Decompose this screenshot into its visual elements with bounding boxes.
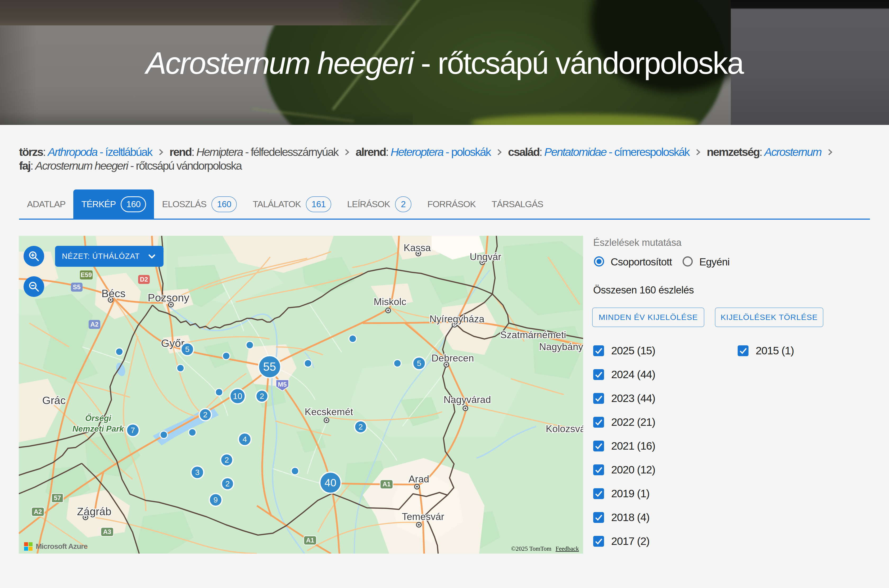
- svg-text:7: 7: [131, 426, 135, 435]
- svg-text:Kolozsvár: Kolozsvár: [546, 423, 583, 434]
- svg-text:E59: E59: [81, 271, 92, 278]
- svg-text:Miskolc: Miskolc: [373, 296, 406, 307]
- svg-text:Nyíregyháza: Nyíregyháza: [429, 314, 484, 324]
- svg-text:40: 40: [325, 477, 337, 489]
- svg-text:2: 2: [225, 479, 230, 488]
- svg-text:5: 5: [185, 345, 190, 354]
- svg-text:Zágráb: Zágráb: [77, 506, 111, 518]
- svg-text:Kecskemét: Kecskemét: [304, 406, 353, 417]
- svg-text:Debrecen: Debrecen: [432, 353, 474, 364]
- svg-text:Temesvár: Temesvár: [402, 511, 444, 522]
- svg-text:D2: D2: [140, 276, 148, 283]
- svg-text:Kassa: Kassa: [404, 242, 431, 253]
- svg-text:2: 2: [225, 455, 229, 464]
- svg-text:4: 4: [243, 435, 247, 444]
- svg-text:2: 2: [358, 422, 363, 431]
- svg-text:Grác: Grác: [42, 394, 66, 406]
- svg-text:9: 9: [213, 495, 218, 504]
- svg-text:Nagyvárad: Nagyvárad: [444, 394, 491, 405]
- svg-text:2: 2: [203, 410, 208, 419]
- svg-text:A2: A2: [90, 321, 99, 328]
- svg-text:Őrségi: Őrségi: [85, 413, 112, 423]
- svg-text:3: 3: [195, 468, 200, 477]
- svg-text:M5: M5: [278, 381, 286, 388]
- svg-text:Arad: Arad: [409, 474, 429, 484]
- svg-text:A1: A1: [382, 480, 391, 488]
- svg-text:10: 10: [233, 392, 242, 401]
- svg-text:Ungvár: Ungvár: [470, 251, 501, 262]
- svg-text:5: 5: [417, 359, 421, 368]
- svg-text:Nagybánya: Nagybánya: [539, 341, 583, 352]
- svg-text:Szatmárnémeti: Szatmárnémeti: [500, 330, 566, 340]
- svg-text:A1: A1: [306, 537, 314, 544]
- svg-text:57: 57: [54, 494, 61, 501]
- svg-text:S5: S5: [73, 284, 81, 291]
- svg-text:2: 2: [260, 392, 264, 400]
- svg-text:55: 55: [263, 360, 276, 373]
- svg-text:Pozsony: Pozsony: [148, 292, 189, 304]
- svg-text:Bécs: Bécs: [101, 287, 125, 300]
- svg-text:Nemzeti Park: Nemzeti Park: [72, 424, 124, 434]
- svg-text:A2: A2: [34, 508, 42, 515]
- svg-text:A3: A3: [103, 528, 111, 536]
